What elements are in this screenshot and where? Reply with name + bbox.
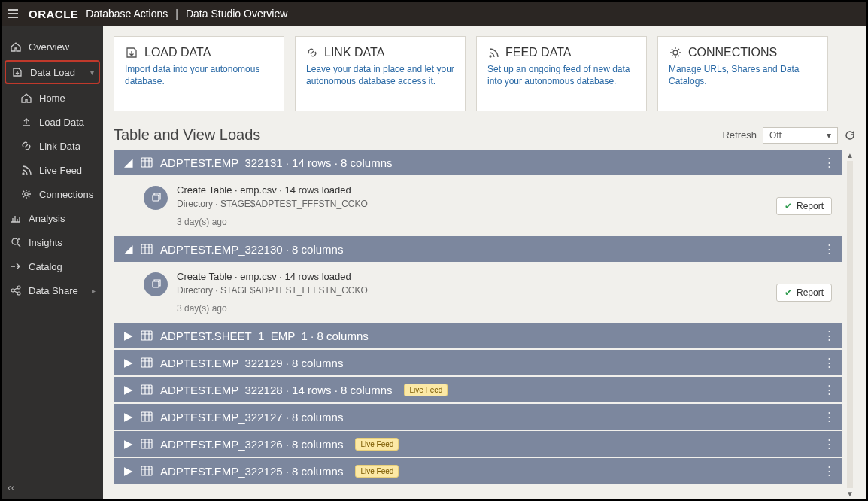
collapse-icon[interactable]: ◢	[124, 156, 133, 169]
refresh-value: Off	[769, 130, 782, 141]
check-icon: ✔	[785, 287, 792, 298]
link-icon	[306, 47, 318, 59]
upload-icon	[20, 116, 33, 128]
sidebar-item-overview[interactable]: Overview	[2, 35, 103, 59]
detail-timestamp: 3 day(s) ago	[177, 217, 368, 227]
load-name: ADPTEST.SHEET_1_EMP_1 · 8 columns	[160, 329, 369, 342]
detail-line-1: Create Table · emp.csv · 14 rows loaded	[177, 184, 368, 196]
collapse-icon[interactable]: ◢	[124, 242, 133, 256]
load-row-header[interactable]: ◢ ADPTEST.EMP_322130 · 8 columns ⋮	[114, 236, 842, 262]
sidebar-item-label: Load Data	[39, 117, 84, 128]
check-icon: ✔	[785, 201, 792, 211]
table-icon	[141, 384, 153, 395]
load-row-header[interactable]: ▶ ADPTEST.EMP_322128 · 14 rows · 8 colum…	[114, 377, 842, 402]
analysis-icon	[9, 212, 23, 224]
expand-icon[interactable]: ▶	[124, 410, 133, 424]
kebab-icon[interactable]: ⋮	[824, 437, 835, 451]
card-title: FEED DATA	[505, 46, 571, 59]
table-icon	[141, 244, 153, 254]
scrollbar[interactable]: ▲ ▼	[844, 150, 856, 499]
sidebar-collapse-button[interactable]: ‹‹	[2, 475, 103, 499]
sidebar-item-data-share[interactable]: Data Share▸	[2, 278, 103, 302]
kebab-icon[interactable]: ⋮	[824, 383, 835, 396]
sidebar-item-label: Insights	[29, 237, 62, 248]
sidebar-item-label: Analysis	[29, 213, 65, 224]
live-feed-badge: Live Feed	[355, 438, 399, 451]
sidebar-item-label: Data Share	[29, 285, 78, 296]
load-name: ADPTEST.EMP_322129 · 8 columns	[160, 357, 343, 369]
svg-rect-14	[141, 412, 152, 421]
sidebar-item-insights[interactable]: Insights	[2, 230, 103, 254]
expand-icon[interactable]: ▶	[124, 464, 133, 478]
card-load-data[interactable]: LOAD DATA Import data into your autonomo…	[114, 36, 284, 111]
svg-rect-12	[141, 358, 152, 367]
load-row-header[interactable]: ▶ ADPTEST.EMP_322127 · 8 columns ⋮	[114, 404, 842, 430]
svg-rect-8	[153, 195, 159, 201]
chevron-icon: ▸	[92, 287, 96, 295]
sidebar: Overview Data Load▾ Home Load Data Link …	[2, 26, 103, 499]
gear-icon	[20, 188, 33, 200]
kebab-icon[interactable]: ⋮	[824, 242, 835, 256]
link-icon	[20, 140, 33, 152]
refresh-select[interactable]: Off ▾	[763, 127, 838, 144]
load-row-header[interactable]: ▶ ADPTEST.EMP_322129 · 8 columns ⋮	[114, 350, 842, 375]
load-row-header[interactable]: ▶ ADPTEST.EMP_322125 · 8 columns Live Fe…	[114, 458, 842, 484]
load-name: ADPTEST.EMP_322131 · 14 rows · 8 columns	[160, 156, 392, 169]
sidebar-item-catalog[interactable]: Catalog	[2, 254, 103, 278]
sidebar-item-label: Data Load	[30, 67, 75, 78]
card-title: LOAD DATA	[144, 46, 211, 59]
svg-point-5	[17, 292, 20, 295]
load-icon	[125, 46, 138, 59]
kebab-icon[interactable]: ⋮	[824, 329, 835, 342]
svg-rect-13	[141, 385, 152, 394]
refresh-label: Refresh	[722, 129, 757, 141]
report-label: Report	[797, 201, 824, 211]
feed-icon	[20, 164, 33, 176]
reload-icon[interactable]	[844, 129, 856, 141]
card-connections[interactable]: CONNECTIONS Manage URLs, Shares and Data…	[657, 36, 828, 111]
feed-icon	[487, 47, 499, 59]
expand-icon[interactable]: ▶	[124, 437, 133, 451]
sidebar-item-label: Live Feed	[39, 165, 82, 176]
load-name: ADPTEST.EMP_322130 · 8 columns	[160, 243, 343, 256]
load-row-header[interactable]: ▶ ADPTEST.SHEET_1_EMP_1 · 8 columns ⋮	[114, 323, 842, 348]
expand-icon[interactable]: ▶	[124, 383, 133, 396]
sidebar-item-home[interactable]: Home	[2, 86, 103, 110]
page-title: Data Studio Overview	[186, 8, 287, 20]
menu-icon[interactable]	[8, 9, 18, 18]
svg-rect-10	[153, 281, 159, 287]
kebab-icon[interactable]: ⋮	[824, 356, 835, 369]
dataload-icon	[11, 66, 24, 78]
sidebar-item-data-load[interactable]: Data Load▾	[5, 60, 100, 84]
kebab-icon[interactable]: ⋮	[824, 156, 835, 169]
scroll-down-icon[interactable]: ▼	[846, 488, 854, 499]
sidebar-item-connections[interactable]: Connections	[2, 182, 103, 206]
sidebar-item-label: Connections	[39, 189, 93, 200]
scroll-up-icon[interactable]: ▲	[846, 150, 854, 161]
report-button[interactable]: ✔ Report	[776, 197, 832, 215]
sidebar-item-live-feed[interactable]: Live Feed	[2, 158, 103, 182]
card-feed-data[interactable]: FEED DATA Set up an ongoing feed of new …	[476, 36, 647, 111]
table-icon	[141, 357, 153, 368]
load-row-header[interactable]: ▶ ADPTEST.EMP_322126 · 8 columns Live Fe…	[114, 431, 842, 457]
expand-icon[interactable]: ▶	[124, 329, 133, 342]
sidebar-item-analysis[interactable]: Analysis	[2, 206, 103, 230]
svg-rect-11	[141, 331, 152, 340]
svg-point-3	[11, 289, 14, 292]
svg-rect-9	[141, 244, 152, 254]
sidebar-item-link-data[interactable]: Link Data	[2, 134, 103, 158]
brand-logo: ORACLE	[29, 8, 78, 20]
sidebar-item-load-data[interactable]: Load Data	[2, 110, 103, 134]
kebab-icon[interactable]: ⋮	[824, 464, 835, 478]
detail-timestamp: 3 day(s) ago	[177, 303, 368, 314]
home-icon	[20, 92, 33, 104]
catalog-icon	[9, 260, 23, 272]
scrollbar-track[interactable]	[847, 161, 853, 488]
card-description: Manage URLs, Shares and Data Catalogs.	[669, 64, 817, 87]
expand-icon[interactable]: ▶	[124, 356, 133, 369]
svg-point-0	[25, 193, 28, 196]
report-button[interactable]: ✔ Report	[776, 284, 832, 302]
card-link-data[interactable]: LINK DATA Leave your data in place and l…	[295, 36, 466, 111]
load-row-header[interactable]: ◢ ADPTEST.EMP_322131 · 14 rows · 8 colum…	[114, 150, 842, 175]
kebab-icon[interactable]: ⋮	[824, 410, 835, 424]
